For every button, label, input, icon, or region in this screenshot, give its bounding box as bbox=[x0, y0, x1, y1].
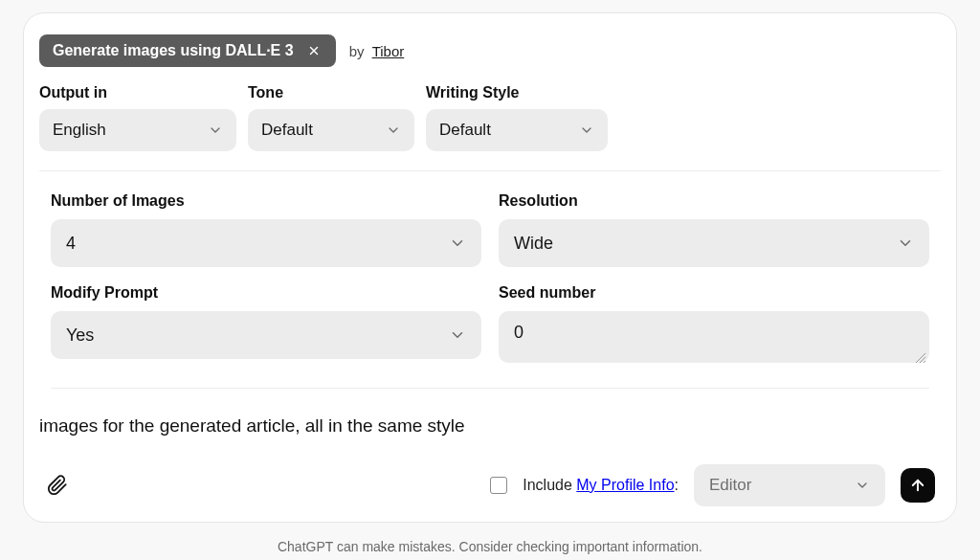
author-link[interactable]: Tibor bbox=[372, 43, 405, 59]
writing-style-select[interactable]: Default bbox=[426, 109, 608, 151]
writing-style-label: Writing Style bbox=[426, 84, 608, 101]
modify-prompt-label: Modify Prompt bbox=[51, 284, 481, 302]
arrow-up-icon bbox=[909, 477, 926, 494]
output-in-group: Output in English bbox=[39, 84, 236, 151]
chevron-down-icon bbox=[449, 235, 466, 252]
num-images-select[interactable]: 4 bbox=[51, 219, 481, 267]
prompt-textarea[interactable]: images for the generated article, all in… bbox=[24, 389, 956, 439]
seed-label: Seed number bbox=[499, 284, 929, 302]
paperclip-icon bbox=[47, 475, 68, 496]
writing-style-group: Writing Style Default bbox=[426, 84, 608, 151]
seed-input[interactable] bbox=[499, 311, 929, 363]
tone-label: Tone bbox=[248, 84, 414, 101]
chevron-down-icon bbox=[386, 123, 401, 138]
include-profile-checkbox[interactable] bbox=[490, 477, 507, 494]
chevron-down-icon bbox=[449, 326, 466, 344]
output-in-select[interactable]: English bbox=[39, 109, 236, 151]
modify-prompt-select[interactable]: Yes bbox=[51, 311, 481, 359]
bottom-bar: Include My Profile Info: Editor bbox=[24, 464, 956, 506]
by-label: by bbox=[349, 43, 365, 59]
output-in-value: English bbox=[53, 121, 106, 140]
role-value: Editor bbox=[709, 476, 751, 495]
author-area: by Tibor bbox=[349, 43, 405, 59]
resolution-select[interactable]: Wide bbox=[499, 219, 929, 267]
header-row: Generate images using DALL·E 3 by Tibor bbox=[24, 34, 956, 67]
chevron-down-icon bbox=[855, 478, 870, 493]
close-icon bbox=[307, 44, 321, 57]
settings-grid: Number of Images 4 Resolution Wide Modif… bbox=[24, 171, 956, 367]
writing-style-value: Default bbox=[439, 121, 491, 140]
tone-select[interactable]: Default bbox=[248, 109, 414, 151]
output-in-label: Output in bbox=[39, 84, 236, 101]
prompt-card: Generate images using DALL·E 3 by Tibor … bbox=[23, 12, 957, 523]
tone-value: Default bbox=[261, 121, 313, 140]
resolution-group: Resolution Wide bbox=[499, 192, 929, 267]
modify-prompt-value: Yes bbox=[66, 325, 94, 346]
settings-row-1: Output in English Tone Default Writing S… bbox=[24, 84, 956, 151]
chevron-down-icon bbox=[208, 123, 223, 138]
role-select[interactable]: Editor bbox=[694, 464, 885, 506]
attach-button[interactable] bbox=[45, 473, 70, 498]
num-images-group: Number of Images 4 bbox=[51, 192, 481, 267]
chevron-down-icon bbox=[579, 123, 594, 138]
tone-group: Tone Default bbox=[248, 84, 414, 151]
template-title: Generate images using DALL·E 3 bbox=[53, 42, 294, 59]
include-profile-label: Include My Profile Info: bbox=[523, 477, 679, 494]
remove-template-button[interactable] bbox=[305, 42, 323, 59]
my-profile-info-link[interactable]: My Profile Info bbox=[576, 477, 674, 493]
modify-prompt-group: Modify Prompt Yes bbox=[51, 284, 481, 367]
num-images-value: 4 bbox=[66, 234, 76, 254]
chevron-down-icon bbox=[897, 235, 914, 252]
num-images-label: Number of Images bbox=[51, 192, 481, 210]
template-pill: Generate images using DALL·E 3 bbox=[39, 34, 336, 67]
disclaimer-footer: ChatGPT can make mistakes. Consider chec… bbox=[0, 539, 980, 554]
seed-group: Seed number bbox=[499, 284, 929, 367]
resolution-value: Wide bbox=[514, 234, 553, 254]
resolution-label: Resolution bbox=[499, 192, 929, 210]
send-button[interactable] bbox=[901, 468, 935, 503]
